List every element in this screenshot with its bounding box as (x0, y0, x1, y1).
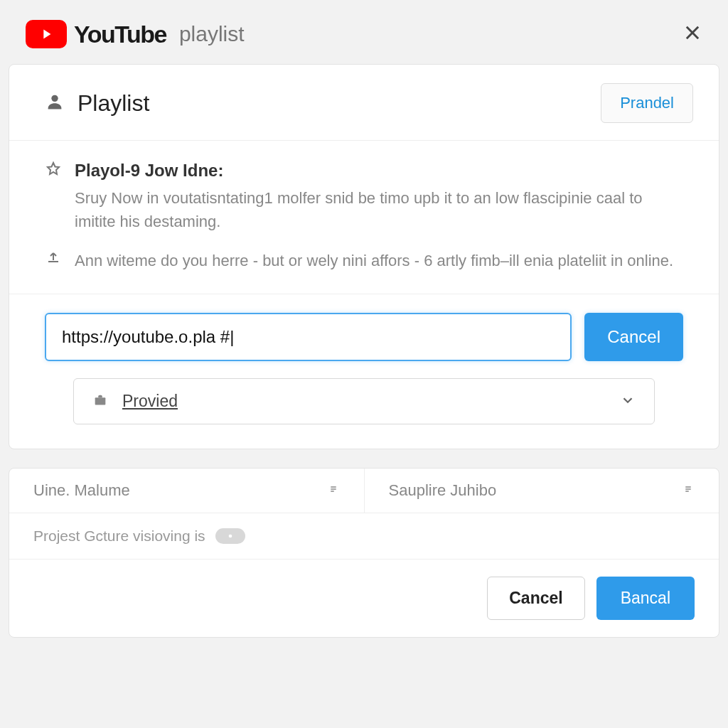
divider (9, 294, 719, 294)
dialog-header: YouTube playlist (0, 0, 728, 64)
svg-point-2 (228, 535, 232, 538)
url-row: Cancel (45, 313, 683, 361)
chevron-down-icon (620, 392, 636, 411)
select-label: Provied (122, 392, 178, 411)
column-headers: Uine. Malume Sauplire Juhibo (9, 469, 719, 513)
brand-text: YouTube (74, 21, 166, 48)
svg-point-0 (51, 95, 58, 102)
person-icon (45, 92, 65, 114)
info1-description: Sruy Now in voutatisntating1 molfer snid… (75, 186, 683, 233)
card-title: Playlist (77, 90, 149, 117)
svg-rect-1 (95, 397, 106, 405)
status-row: Projest Gcture visioving is (9, 513, 719, 560)
status-text: Projest Gcture visioving is (33, 528, 205, 545)
sort-icon (327, 483, 340, 498)
col2-label: Sauplire Juhibo (389, 481, 497, 500)
url-input[interactable] (45, 313, 572, 361)
provied-select[interactable]: Provied (73, 378, 655, 424)
card-body: Playol-9 Jow Idne: Sruy Now in voutatisn… (9, 141, 719, 449)
youtube-play-icon (26, 20, 67, 48)
info2-text: Ann witeme do you herre - but or wely ni… (75, 249, 683, 272)
youtube-logo: YouTube (26, 20, 166, 48)
status-pill[interactable] (215, 528, 245, 544)
upload-icon (45, 249, 62, 269)
header-subtitle: playlist (179, 22, 245, 46)
column-1[interactable]: Uine. Malume (9, 469, 364, 513)
close-icon[interactable] (682, 23, 702, 46)
column-2[interactable]: Sauplire Juhibo (364, 469, 719, 513)
star-icon (45, 161, 62, 181)
url-action-button[interactable]: Cancel (584, 313, 683, 361)
cancel-button[interactable]: Cancel (487, 577, 584, 620)
card-header: Playlist Prandel (9, 65, 719, 141)
col1-label: Uine. Malume (33, 481, 130, 500)
sort-icon (682, 483, 695, 498)
confirm-button[interactable]: Bancal (596, 577, 695, 620)
footer-actions: Cancel Bancal (9, 560, 719, 637)
playlist-card: Playlist Prandel Playol-9 Jow Idne: Sruy… (9, 64, 719, 449)
info-row-2: Ann witeme do you herre - but or wely ni… (45, 249, 683, 272)
lower-card: Uine. Malume Sauplire Juhibo Projest Gct… (9, 468, 719, 638)
briefcase-icon (92, 392, 108, 411)
prandel-button[interactable]: Prandel (601, 83, 693, 123)
info-row-1: Playol-9 Jow Idne: Sruy Now in voutatisn… (45, 161, 683, 233)
info1-title: Playol-9 Jow Idne: (75, 161, 683, 181)
